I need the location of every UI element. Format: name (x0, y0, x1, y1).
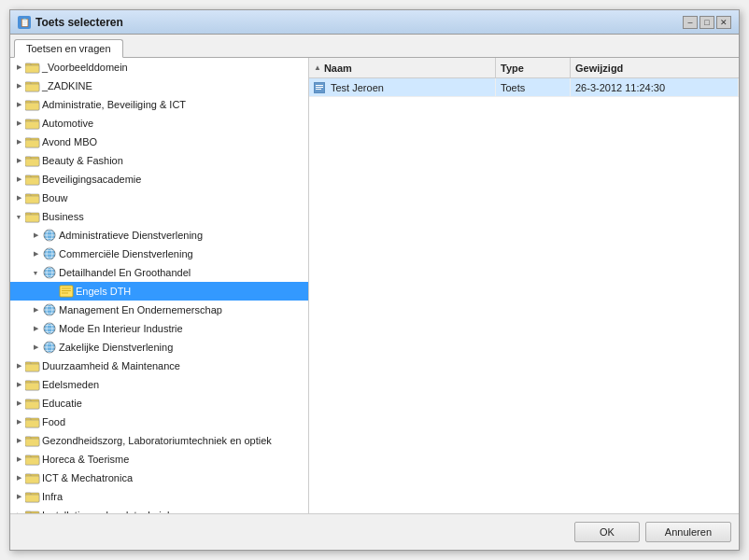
close-button[interactable]: ✕ (716, 16, 731, 29)
tree-item-edelsmeden[interactable]: Edelsmeden (10, 375, 308, 394)
cell-type: Toets (496, 78, 571, 96)
label-adm_dienst: Administratieve Dienstverlening (59, 230, 203, 241)
tree-item-educatie[interactable]: Educatie (10, 394, 308, 413)
tree-item-mode[interactable]: Mode En Interieur Industrie (10, 319, 308, 338)
expander-mode[interactable] (29, 322, 42, 335)
svg-rect-81 (25, 476, 39, 483)
expander-zakelijke[interactable] (29, 341, 42, 354)
icon-ict (25, 471, 40, 484)
table-row[interactable]: Test JeroenToets26-3-2012 11:24:30 (309, 78, 739, 97)
expander-infra[interactable] (12, 490, 25, 503)
label-ict: ICT & Mechatronica (42, 472, 133, 483)
cell-naam-text: Test Jeroen (331, 82, 384, 93)
svg-rect-78 (25, 457, 39, 465)
tab-toetsen-en-vragen[interactable]: Toetsen en vragen (14, 39, 123, 58)
expander-engels_dth[interactable] (46, 285, 59, 298)
tree-item-food[interactable]: Food (10, 413, 308, 431)
tree-item-management[interactable]: Management En Ondernemerschap (10, 301, 308, 319)
tree-panel[interactable]: _Voorbeelddomein _ZADKINE Administratie,… (10, 58, 309, 513)
tree-item-administratie[interactable]: Administratie, Beveiliging & ICT (10, 95, 308, 114)
icon-duurzaamheid (25, 359, 40, 372)
expander-adm_dienst[interactable] (29, 229, 42, 242)
tree-item-avond[interactable]: Avond MBO (10, 133, 308, 151)
tree-item-infra[interactable]: Infra (10, 487, 308, 506)
expander-duurzaamheid[interactable] (12, 359, 25, 372)
label-infra: Infra (42, 491, 63, 502)
tree-item-installatie[interactable]: Installatie- en koudetechniek (10, 506, 308, 513)
label-food: Food (42, 416, 65, 427)
row-icon (314, 82, 327, 93)
tree-item-bouw[interactable]: Bouw (10, 189, 308, 207)
label-horeca: Horeca & Toerisme (42, 454, 129, 465)
tree-item-horeca[interactable]: Horeca & Toerisme (10, 450, 308, 469)
tree-item-ict[interactable]: ICT & Mechatronica (10, 469, 308, 487)
label-business: Business (42, 211, 84, 222)
icon-adm_dienst (42, 229, 57, 242)
sort-icon-naam: ▲ (314, 63, 321, 72)
expander-voorbeelddomein[interactable] (12, 61, 25, 74)
svg-rect-23 (25, 196, 39, 203)
expander-ict[interactable] (12, 471, 25, 484)
col-gewijzigd[interactable]: Gewijzigd (571, 58, 739, 77)
cancel-button[interactable]: Annuleren (645, 522, 731, 542)
tree-item-comm_dienst[interactable]: Commerciële Dienstverlening (10, 245, 308, 263)
col-naam[interactable]: ▲ Naam (309, 58, 496, 77)
col-type[interactable]: Type (496, 58, 571, 77)
expander-bouw[interactable] (12, 191, 25, 204)
tree-item-gezondheidszorg[interactable]: Gezondheidszorg, Laboratoriumtechniek en… (10, 431, 308, 450)
expander-management[interactable] (29, 303, 42, 316)
icon-mode (42, 322, 57, 335)
tree-item-beauty[interactable]: Beauty & Fashion (10, 151, 308, 170)
label-bouw: Bouw (42, 192, 68, 203)
content-area: _Voorbeelddomein _ZADKINE Administratie,… (10, 58, 739, 513)
tree-item-automotive[interactable]: Automotive (10, 114, 308, 133)
tree-item-engels_dth[interactable]: Engels DTH (10, 282, 308, 301)
label-educatie: Educatie (42, 398, 82, 409)
svg-rect-72 (25, 420, 39, 427)
expander-food[interactable] (12, 415, 25, 428)
expander-educatie[interactable] (12, 397, 25, 410)
tree-item-beveiligingsacademie[interactable]: Beveiligingsacademie (10, 170, 308, 189)
label-voorbeelddomein: _Voorbeelddomein (42, 62, 128, 73)
label-administratie: Administratie, Beveiliging & ICT (42, 99, 186, 110)
window-icon: 📋 (18, 16, 31, 29)
expander-zadkine[interactable] (12, 79, 25, 92)
expander-beveiligingsacademie[interactable] (12, 173, 25, 186)
svg-rect-14 (25, 140, 39, 147)
icon-zadkine (25, 79, 40, 92)
maximize-button[interactable]: □ (700, 16, 714, 29)
svg-rect-69 (25, 401, 39, 409)
expander-automotive[interactable] (12, 117, 25, 130)
icon-management (42, 303, 57, 316)
tree-item-zadkine[interactable]: _ZADKINE (10, 77, 308, 95)
label-zadkine: _ZADKINE (42, 80, 92, 91)
expander-edelsmeden[interactable] (12, 378, 25, 391)
expander-avond[interactable] (12, 135, 25, 148)
expander-beauty[interactable] (12, 154, 25, 167)
minimize-button[interactable]: – (683, 16, 698, 29)
tree-item-business[interactable]: Business (10, 207, 308, 226)
icon-zakelijke (42, 341, 57, 354)
expander-business[interactable] (12, 210, 25, 223)
table-header: ▲ Naam Type Gewijzigd (309, 58, 739, 78)
label-automotive: Automotive (42, 118, 93, 129)
expander-gezondheidszorg[interactable] (12, 434, 25, 447)
icon-bouw (25, 191, 40, 204)
label-management: Management En Ondernemerschap (59, 304, 222, 315)
icon-horeca (25, 453, 40, 466)
expander-detailhandel[interactable] (29, 266, 42, 279)
ok-button[interactable]: OK (574, 522, 640, 542)
svg-rect-42 (60, 286, 73, 297)
expander-comm_dienst[interactable] (29, 247, 42, 260)
expander-administratie[interactable] (12, 98, 25, 111)
tree-item-zakelijke[interactable]: Zakelijke Dienstverlening (10, 338, 308, 357)
tree-item-detailhandel[interactable]: Detailhandel En Groothandel (10, 263, 308, 282)
tree-item-adm_dienst[interactable]: Administratieve Dienstverlening (10, 226, 308, 245)
tree-item-voorbeelddomein[interactable]: _Voorbeelddomein (10, 58, 308, 77)
icon-automotive (25, 117, 40, 130)
main-window: 📋 Toets selecteren – □ ✕ Toetsen en vrag… (9, 9, 740, 551)
label-gezondheidszorg: Gezondheidszorg, Laboratoriumtechniek en… (42, 435, 272, 446)
expander-horeca[interactable] (12, 453, 25, 466)
tree-item-duurzaamheid[interactable]: Duurzaamheid & Maintenance (10, 357, 308, 375)
window-title: Toets selecteren (35, 16, 123, 29)
